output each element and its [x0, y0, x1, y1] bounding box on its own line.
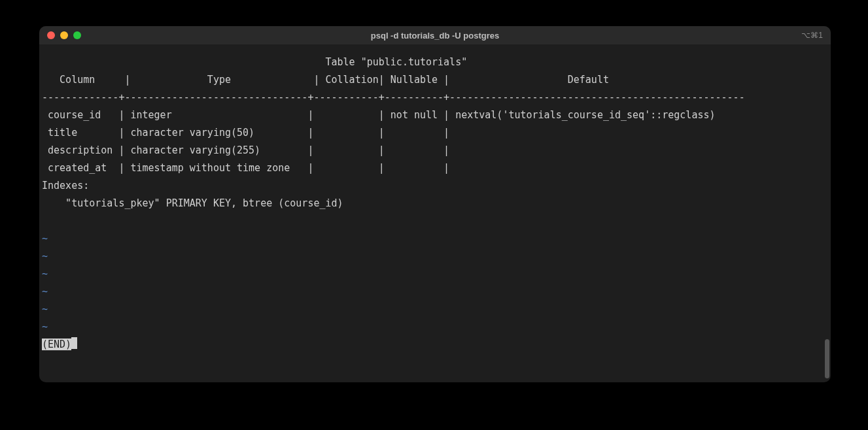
zoom-button[interactable]: [73, 31, 81, 39]
titlebar: psql -d tutorials_db -U postgres ⌥⌘1: [39, 26, 831, 44]
window-title: psql -d tutorials_db -U postgres: [39, 31, 831, 41]
terminal-window: psql -d tutorials_db -U postgres ⌥⌘1 Tab…: [39, 26, 831, 382]
traffic-lights: [47, 31, 81, 39]
terminal-output[interactable]: Table "public.tutorials" Column | Type |…: [39, 44, 831, 382]
window-shortcut-hint: ⌥⌘1: [801, 31, 823, 40]
minimize-button[interactable]: [60, 31, 68, 39]
close-button[interactable]: [47, 31, 55, 39]
scrollbar-thumb[interactable]: [825, 339, 829, 378]
